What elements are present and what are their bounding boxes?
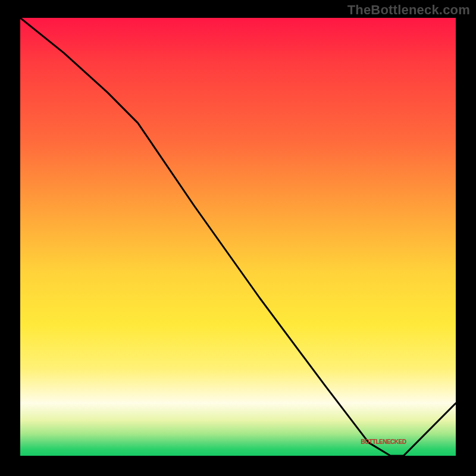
bottleneck-annotation: BOTTLENECKED — [361, 439, 406, 445]
line-series — [20, 18, 456, 456]
watermark-text: TheBottleneck.com — [347, 2, 470, 18]
plot-area: BOTTLENECKED — [20, 18, 456, 456]
chart-container: TheBottleneck.com BOTTLENECKED — [0, 0, 476, 476]
bottleneck-curve-path — [20, 18, 456, 456]
